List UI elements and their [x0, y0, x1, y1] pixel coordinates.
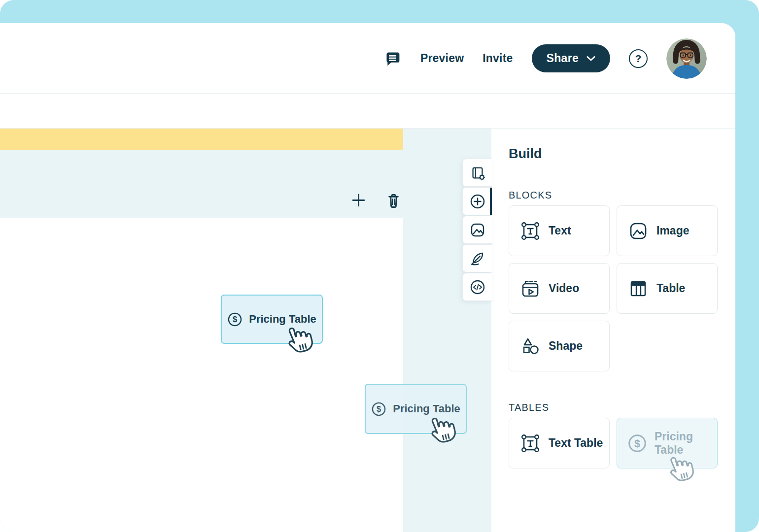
plus-icon	[351, 193, 366, 208]
editor-side-toolbar	[462, 159, 492, 301]
drag-preview-label: Pricing Table	[393, 402, 460, 415]
block-card-video[interactable]: Video	[509, 263, 610, 314]
chevron-down-icon	[586, 56, 595, 62]
dollar-circle-icon: $	[371, 401, 386, 417]
panel-title: Build	[509, 146, 718, 162]
block-card-label: Table	[656, 282, 685, 295]
toolbar-tab-images[interactable]	[462, 216, 492, 244]
text-frame-icon	[519, 432, 541, 454]
comment-icon	[383, 49, 402, 67]
trash-icon	[385, 192, 402, 209]
code-circle-icon	[470, 279, 485, 295]
app-frame: Preview Invite Share ?	[0, 0, 759, 532]
block-card-image[interactable]: Image	[617, 205, 718, 256]
app-window: Preview Invite Share ?	[0, 23, 735, 532]
svg-text:$: $	[377, 404, 381, 413]
comments-button[interactable]	[383, 49, 402, 67]
table-icon	[627, 278, 649, 299]
block-card-label: Video	[549, 282, 579, 295]
build-panel: Build BLOCKS Text	[491, 129, 735, 532]
top-header: Preview Invite Share ?	[0, 23, 735, 94]
svg-text:$: $	[634, 437, 640, 449]
feather-icon	[470, 251, 485, 266]
delete-section-button[interactable]	[385, 192, 402, 209]
video-icon	[519, 278, 541, 299]
block-card-label: Shape	[549, 339, 583, 353]
pricing-table-drag-preview[interactable]: $ Pricing Table	[221, 295, 323, 344]
pages-settings-icon	[470, 165, 485, 181]
blocks-section-label: BLOCKS	[509, 189, 718, 201]
block-card-table[interactable]: Table	[617, 263, 718, 314]
toolbar-tab-add-blocks[interactable]	[462, 187, 492, 215]
add-circle-icon	[470, 194, 485, 209]
share-button[interactable]: Share	[532, 44, 610, 72]
toolbar-tab-signatures[interactable]	[462, 244, 492, 272]
question-mark-icon: ?	[635, 53, 642, 65]
selected-section	[0, 150, 403, 218]
image-icon	[470, 222, 485, 238]
block-card-label: Text Table	[549, 436, 603, 450]
blocks-grid: Text Image	[509, 205, 718, 371]
secondary-toolbar	[0, 94, 735, 129]
tables-section-label: TABLES	[509, 401, 718, 413]
image-icon	[627, 220, 649, 242]
toolbar-tab-document-settings[interactable]	[462, 159, 492, 187]
help-button[interactable]: ?	[629, 49, 648, 68]
pricing-table-drag-preview[interactable]: $ Pricing Table	[365, 384, 467, 434]
drag-preview-label: Pricing Table	[249, 313, 316, 326]
user-avatar[interactable]	[666, 38, 707, 79]
block-card-label: Image	[656, 224, 689, 237]
invite-button[interactable]: Invite	[483, 52, 513, 65]
tables-grid: Text Table $ Pricing Table	[509, 418, 718, 468]
table-card-pricing-table[interactable]: $ Pricing Table	[617, 418, 718, 468]
preview-button[interactable]: Preview	[420, 52, 464, 65]
add-section-button[interactable]	[351, 193, 366, 208]
block-card-label: Pricing Table	[655, 430, 717, 457]
header-actions: Preview Invite Share ?	[383, 23, 707, 94]
block-card-label: Text	[549, 224, 571, 237]
text-frame-icon	[519, 220, 541, 242]
svg-text:$: $	[233, 315, 237, 324]
shapes-icon	[519, 335, 541, 357]
share-button-label: Share	[547, 52, 579, 65]
dollar-circle-icon: $	[227, 312, 242, 327]
table-card-text-table[interactable]: Text Table	[509, 418, 610, 468]
dollar-circle-icon: $	[627, 433, 647, 453]
document-canvas	[0, 129, 403, 532]
toolbar-tab-embed-code[interactable]	[462, 273, 492, 301]
block-card-text[interactable]: Text	[509, 205, 610, 256]
block-card-shape[interactable]: Shape	[509, 321, 610, 371]
highlighted-section	[0, 129, 403, 150]
